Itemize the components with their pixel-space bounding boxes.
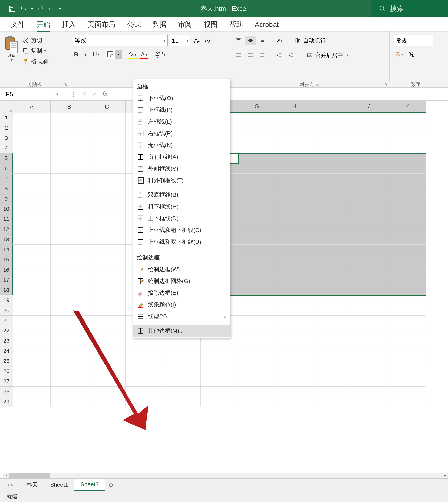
cell-A5[interactable] [13, 153, 50, 163]
menu-item-top-double-bottom[interactable]: 上框线和双下框线(U) [133, 236, 230, 248]
cell-A3[interactable] [13, 133, 50, 143]
cell-G19[interactable] [238, 295, 276, 305]
cell-A12[interactable] [13, 224, 50, 235]
row-header-10[interactable]: 10 [0, 204, 13, 214]
fill-color-button[interactable]: ▾ [126, 49, 138, 59]
tab-file[interactable]: 文件 [6, 17, 30, 32]
row-header-16[interactable]: 16 [0, 265, 13, 275]
align-middle-icon[interactable] [245, 36, 256, 46]
cell-C5[interactable] [88, 153, 126, 163]
qat-customize-icon[interactable]: ▾ [58, 6, 62, 11]
menu-item-top-bottom[interactable]: 上下框线(D) [133, 213, 230, 224]
sheet-tab-春天[interactable]: 春天 [20, 479, 44, 491]
cell-C21[interactable] [88, 316, 126, 326]
cell-K25[interactable] [388, 356, 426, 366]
tab-formulas[interactable]: 公式 [122, 17, 146, 32]
cell-A11[interactable] [13, 214, 50, 224]
cell-J16[interactable] [351, 265, 388, 275]
cell-D29[interactable] [126, 397, 163, 407]
row-header-22[interactable]: 22 [0, 326, 13, 336]
cell-K23[interactable] [388, 336, 426, 346]
cell-A6[interactable] [13, 163, 50, 174]
decrease-indent-icon[interactable] [274, 50, 285, 60]
cell-J14[interactable] [351, 245, 388, 255]
cell-F24[interactable] [201, 346, 238, 356]
phonetic-button[interactable]: wén文▾ [154, 49, 167, 59]
row-header-11[interactable]: 11 [0, 214, 13, 224]
cell-H8[interactable] [276, 184, 313, 194]
row-header-9[interactable]: 9 [0, 194, 13, 204]
menu-item-thick-bottom[interactable]: 粗下框线(H) [133, 201, 230, 213]
row-header-5[interactable]: 5 [0, 153, 13, 163]
cell-A14[interactable] [13, 245, 50, 255]
cell-B1[interactable] [50, 113, 88, 123]
cell-C6[interactable] [88, 163, 126, 174]
cell-I8[interactable] [313, 184, 351, 194]
cell-K1[interactable] [388, 113, 426, 123]
wrap-text-button[interactable]: 自动换行 [293, 36, 328, 46]
cell-H17[interactable] [276, 275, 313, 285]
cell-C11[interactable] [88, 214, 126, 224]
menu-item-left[interactable]: 左框线(L) [133, 116, 230, 127]
cell-D27[interactable] [126, 376, 163, 387]
cell-I17[interactable] [313, 275, 351, 285]
save-icon[interactable] [8, 5, 16, 13]
cell-I22[interactable] [313, 326, 351, 336]
menu-item-right[interactable]: 右框线(R) [133, 127, 230, 139]
cell-G5[interactable] [238, 153, 276, 163]
cell-K20[interactable] [388, 305, 426, 316]
cell-A13[interactable] [13, 235, 50, 245]
cell-C26[interactable] [88, 366, 126, 376]
cell-K14[interactable] [388, 245, 426, 255]
cell-G8[interactable] [238, 184, 276, 194]
cell-I25[interactable] [313, 356, 351, 366]
cell-K6[interactable] [388, 163, 426, 174]
cell-A7[interactable] [13, 174, 50, 184]
cell-C13[interactable] [88, 235, 126, 245]
cell-K18[interactable] [388, 285, 426, 295]
cell-K9[interactable] [388, 194, 426, 204]
cell-I3[interactable] [313, 133, 351, 143]
cell-A29[interactable] [13, 397, 50, 407]
formula-dots-icon[interactable]: ⋮ [71, 91, 77, 97]
cell-K27[interactable] [388, 376, 426, 387]
row-header-4[interactable]: 4 [0, 143, 13, 153]
cell-C20[interactable] [88, 305, 126, 316]
cell-A4[interactable] [13, 143, 50, 153]
cell-I20[interactable] [313, 305, 351, 316]
cell-B12[interactable] [50, 224, 88, 235]
menu-item-all[interactable]: 所有框线(A) [133, 151, 230, 163]
cell-I2[interactable] [313, 123, 351, 133]
formula-confirm-icon[interactable]: ✓ [92, 91, 97, 97]
cell-A25[interactable] [13, 356, 50, 366]
accounting-format-icon[interactable]: ▾ [394, 49, 404, 59]
row-header-18[interactable]: 18 [0, 285, 13, 295]
cell-H18[interactable] [276, 285, 313, 295]
row-header-14[interactable]: 14 [0, 245, 13, 255]
cell-B8[interactable] [50, 184, 88, 194]
cell-C8[interactable] [88, 184, 126, 194]
cell-C2[interactable] [88, 123, 126, 133]
row-header-12[interactable]: 12 [0, 224, 13, 235]
formula-cancel-icon[interactable]: ✕ [82, 91, 87, 97]
cell-H20[interactable] [276, 305, 313, 316]
cell-B3[interactable] [50, 133, 88, 143]
cell-H25[interactable] [276, 356, 313, 366]
cell-B6[interactable] [50, 163, 88, 174]
cell-J24[interactable] [351, 346, 388, 356]
borders-button[interactable]: ▾ [106, 49, 122, 59]
cell-I29[interactable] [313, 397, 351, 407]
cell-B24[interactable] [50, 346, 88, 356]
cell-I1[interactable] [313, 113, 351, 123]
cell-G6[interactable] [238, 163, 276, 174]
row-header-23[interactable]: 23 [0, 336, 13, 346]
cell-H22[interactable] [276, 326, 313, 336]
col-header-A[interactable]: A [13, 101, 50, 113]
cell-J1[interactable] [351, 113, 388, 123]
cell-J22[interactable] [351, 326, 388, 336]
cell-H9[interactable] [276, 194, 313, 204]
cell-A24[interactable] [13, 346, 50, 356]
row-header-19[interactable]: 19 [0, 295, 13, 305]
cell-C29[interactable] [88, 397, 126, 407]
cell-B13[interactable] [50, 235, 88, 245]
